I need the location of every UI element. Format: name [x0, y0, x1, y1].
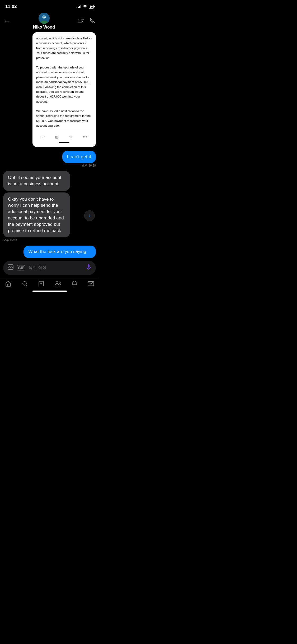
back-button[interactable]: ←: [4, 18, 10, 25]
signal-icon: [77, 5, 81, 8]
svg-point-10: [23, 282, 26, 285]
scroll-down-icon: ↓: [88, 213, 91, 218]
screenshot-actions: ↩ 🗑 ☆ •••: [36, 131, 92, 140]
avatar[interactable]: 53: [39, 13, 50, 24]
screenshot-text-3: We have issued a notification to the sen…: [36, 109, 92, 128]
screenshot-text-2: To proceed with the upgrade of your acco…: [36, 65, 92, 104]
svg-point-16: [59, 282, 61, 283]
screenshot-text-1: account, as it is not currently classifi…: [36, 36, 92, 60]
bottom-navigation: [0, 277, 99, 289]
chat-area: account, as it is not currently classifi…: [0, 32, 99, 243]
delete-icon[interactable]: 🗑: [55, 134, 59, 140]
svg-rect-5: [8, 265, 13, 269]
status-time: 11:02: [5, 4, 17, 9]
nav-contacts[interactable]: [55, 281, 62, 287]
nav-write[interactable]: [38, 280, 44, 287]
star-icon[interactable]: ☆: [69, 134, 73, 140]
nav-search[interactable]: [22, 280, 28, 287]
msg3-time: 오후 10:58: [3, 238, 17, 242]
home-indicator: [32, 291, 67, 292]
svg-point-6: [9, 266, 10, 266]
wifi-icon: [83, 4, 87, 9]
more-icon[interactable]: •••: [83, 134, 87, 140]
last-message-row: What the fuck are you saying ↓: [0, 246, 99, 258]
phone-icon[interactable]: [89, 18, 95, 25]
msg1-time: 오후 10:58: [82, 164, 96, 168]
nav-mail[interactable]: [88, 281, 94, 286]
scroll-down-button[interactable]: ↓: [84, 210, 95, 221]
battery-level: 50: [90, 5, 93, 8]
status-bar: 11:02 50: [0, 0, 99, 12]
screenshot-message: account, as it is not currently classifi…: [32, 32, 96, 147]
image-attach-icon[interactable]: [7, 264, 14, 272]
status-icons: 50: [77, 4, 94, 9]
message-input-bar: GIF 쪽지 작성: [3, 261, 96, 275]
outgoing-message-1: I can't get it 오후 10:58: [3, 151, 96, 169]
bubble-wtf: What the fuck are you saying: [23, 246, 96, 258]
bubble-cant-get-it: I can't get it: [62, 151, 96, 163]
video-call-icon[interactable]: [78, 18, 84, 24]
nav-home[interactable]: [5, 280, 11, 287]
reply-icon[interactable]: ↩: [41, 134, 45, 140]
svg-line-11: [26, 285, 27, 286]
chat-header: ← 53 Niko Wood: [0, 12, 99, 32]
incoming-message-2: Okay you don't have to worry I can help …: [3, 192, 96, 244]
battery-icon: 50: [89, 5, 94, 9]
bubble-not-business: Ohh it seems your account is not a busin…: [3, 171, 70, 191]
svg-rect-4: [78, 19, 82, 22]
svg-text:53: 53: [42, 15, 45, 19]
gif-icon[interactable]: GIF: [17, 265, 25, 270]
incoming-message-1: Ohh it seems your account is not a busin…: [3, 171, 96, 191]
svg-rect-7: [88, 264, 89, 268]
header-center: 53 Niko Wood: [33, 13, 55, 30]
header-actions: [78, 18, 95, 25]
contact-name: Niko Wood: [33, 25, 55, 30]
bubble-help-send: Okay you don't have to worry I can help …: [3, 192, 70, 238]
bottom-handle: [59, 142, 69, 143]
svg-rect-9: [7, 284, 9, 286]
message-input[interactable]: 쪽지 작성: [28, 265, 83, 270]
voice-icon[interactable]: [86, 264, 92, 272]
nav-notifications[interactable]: [72, 280, 77, 287]
svg-point-15: [56, 282, 58, 284]
